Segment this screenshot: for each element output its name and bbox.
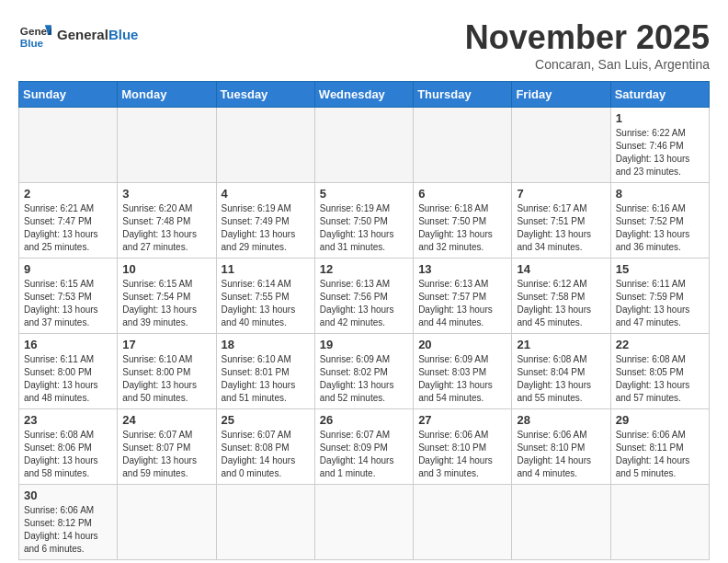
calendar-cell: 24Sunrise: 6:07 AM Sunset: 8:07 PM Dayli… (118, 409, 216, 485)
calendar-week-1: 2Sunrise: 6:21 AM Sunset: 7:47 PM Daylig… (19, 183, 710, 259)
calendar-cell: 27Sunrise: 6:06 AM Sunset: 8:10 PM Dayli… (414, 409, 512, 485)
day-number: 23 (24, 413, 112, 427)
day-info: Sunrise: 6:08 AM Sunset: 8:05 PM Dayligh… (616, 353, 704, 405)
day-number: 3 (122, 187, 210, 201)
weekday-friday: Friday (512, 82, 610, 108)
calendar-cell: 28Sunrise: 6:06 AM Sunset: 8:10 PM Dayli… (512, 409, 610, 485)
calendar-cell: 20Sunrise: 6:09 AM Sunset: 8:03 PM Dayli… (414, 334, 512, 409)
day-info: Sunrise: 6:15 AM Sunset: 7:53 PM Dayligh… (24, 278, 112, 329)
weekday-tuesday: Tuesday (216, 82, 314, 108)
logo-blue: Blue (108, 27, 139, 42)
calendar-body: 1Sunrise: 6:22 AM Sunset: 7:46 PM Daylig… (19, 108, 710, 560)
weekday-sunday: Sunday (19, 82, 118, 108)
calendar-cell: 4Sunrise: 6:19 AM Sunset: 7:49 PM Daylig… (216, 183, 314, 259)
calendar-week-5: 30Sunrise: 6:06 AM Sunset: 8:12 PM Dayli… (19, 485, 710, 560)
logo: General Blue GeneralBlue (18, 18, 138, 52)
day-number: 22 (616, 338, 704, 351)
day-number: 28 (517, 413, 605, 427)
calendar-cell (314, 108, 413, 183)
day-number: 5 (320, 187, 408, 201)
day-info: Sunrise: 6:16 AM Sunset: 7:52 PM Dayligh… (616, 202, 704, 254)
day-number: 20 (418, 338, 506, 351)
calendar-cell: 1Sunrise: 6:22 AM Sunset: 7:46 PM Daylig… (610, 108, 709, 183)
day-info: Sunrise: 6:11 AM Sunset: 7:59 PM Dayligh… (616, 278, 704, 329)
day-number: 1 (616, 111, 704, 125)
day-number: 8 (616, 187, 704, 201)
day-info: Sunrise: 6:10 AM Sunset: 8:00 PM Dayligh… (122, 353, 210, 405)
calendar-week-0: 1Sunrise: 6:22 AM Sunset: 7:46 PM Daylig… (19, 108, 710, 183)
calendar-cell: 7Sunrise: 6:17 AM Sunset: 7:51 PM Daylig… (512, 183, 610, 259)
calendar-table: SundayMondayTuesdayWednesdayThursdayFrid… (18, 81, 710, 560)
day-info: Sunrise: 6:17 AM Sunset: 7:51 PM Dayligh… (517, 202, 605, 254)
calendar-cell: 6Sunrise: 6:18 AM Sunset: 7:50 PM Daylig… (414, 183, 512, 259)
calendar-cell (118, 108, 216, 183)
day-number: 30 (24, 488, 112, 502)
calendar-cell: 14Sunrise: 6:12 AM Sunset: 7:58 PM Dayli… (512, 259, 610, 334)
calendar-cell: 19Sunrise: 6:09 AM Sunset: 8:02 PM Dayli… (314, 334, 413, 409)
weekday-header-row: SundayMondayTuesdayWednesdayThursdayFrid… (19, 82, 710, 108)
calendar-cell: 10Sunrise: 6:15 AM Sunset: 7:54 PM Dayli… (118, 259, 216, 334)
day-info: Sunrise: 6:08 AM Sunset: 8:04 PM Dayligh… (517, 353, 605, 405)
day-info: Sunrise: 6:06 AM Sunset: 8:10 PM Dayligh… (418, 429, 506, 480)
calendar-cell: 25Sunrise: 6:07 AM Sunset: 8:08 PM Dayli… (216, 409, 314, 485)
calendar-cell: 30Sunrise: 6:06 AM Sunset: 8:12 PM Dayli… (19, 485, 118, 560)
day-info: Sunrise: 6:07 AM Sunset: 8:08 PM Dayligh… (222, 429, 310, 480)
day-number: 21 (517, 338, 605, 351)
calendar-cell: 2Sunrise: 6:21 AM Sunset: 7:47 PM Daylig… (19, 183, 118, 259)
day-info: Sunrise: 6:08 AM Sunset: 8:06 PM Dayligh… (24, 429, 112, 480)
day-number: 26 (320, 413, 408, 427)
day-info: Sunrise: 6:10 AM Sunset: 8:01 PM Dayligh… (222, 353, 310, 405)
svg-text:Blue: Blue (20, 37, 44, 49)
day-number: 4 (222, 187, 310, 201)
calendar-cell: 17Sunrise: 6:10 AM Sunset: 8:00 PM Dayli… (118, 334, 216, 409)
day-info: Sunrise: 6:15 AM Sunset: 7:54 PM Dayligh… (122, 278, 210, 329)
location-subtitle: Concaran, San Luis, Argentina (465, 57, 710, 72)
day-number: 12 (320, 262, 408, 276)
calendar-week-4: 23Sunrise: 6:08 AM Sunset: 8:06 PM Dayli… (19, 409, 710, 485)
day-number: 18 (222, 338, 310, 351)
day-number: 17 (122, 338, 210, 351)
day-info: Sunrise: 6:09 AM Sunset: 8:03 PM Dayligh… (418, 353, 506, 405)
logo-general: General (57, 27, 108, 42)
calendar-week-3: 16Sunrise: 6:11 AM Sunset: 8:00 PM Dayli… (19, 334, 710, 409)
calendar-cell: 16Sunrise: 6:11 AM Sunset: 8:00 PM Dayli… (19, 334, 118, 409)
day-info: Sunrise: 6:09 AM Sunset: 8:02 PM Dayligh… (320, 353, 408, 405)
calendar-cell: 18Sunrise: 6:10 AM Sunset: 8:01 PM Dayli… (216, 334, 314, 409)
day-info: Sunrise: 6:07 AM Sunset: 8:09 PM Dayligh… (320, 429, 408, 480)
day-info: Sunrise: 6:13 AM Sunset: 7:56 PM Dayligh… (320, 278, 408, 329)
calendar-cell: 11Sunrise: 6:14 AM Sunset: 7:55 PM Dayli… (216, 259, 314, 334)
day-number: 14 (517, 262, 605, 276)
weekday-monday: Monday (118, 82, 216, 108)
day-info: Sunrise: 6:11 AM Sunset: 8:00 PM Dayligh… (24, 353, 112, 405)
calendar-cell (414, 108, 512, 183)
day-number: 11 (222, 262, 310, 276)
calendar-cell: 5Sunrise: 6:19 AM Sunset: 7:50 PM Daylig… (314, 183, 413, 259)
calendar-cell: 29Sunrise: 6:06 AM Sunset: 8:11 PM Dayli… (610, 409, 709, 485)
page-header: General Blue GeneralBlue November 2025 C… (18, 18, 710, 72)
calendar-week-2: 9Sunrise: 6:15 AM Sunset: 7:53 PM Daylig… (19, 259, 710, 334)
day-number: 15 (616, 262, 704, 276)
calendar-cell (314, 485, 413, 560)
calendar-cell (414, 485, 512, 560)
calendar-cell (216, 108, 314, 183)
day-info: Sunrise: 6:07 AM Sunset: 8:07 PM Dayligh… (122, 429, 210, 480)
day-info: Sunrise: 6:13 AM Sunset: 7:57 PM Dayligh… (418, 278, 506, 329)
day-number: 2 (24, 187, 112, 201)
calendar-cell: 3Sunrise: 6:20 AM Sunset: 7:48 PM Daylig… (118, 183, 216, 259)
day-info: Sunrise: 6:21 AM Sunset: 7:47 PM Dayligh… (24, 202, 112, 254)
day-info: Sunrise: 6:06 AM Sunset: 8:11 PM Dayligh… (616, 429, 704, 480)
weekday-wednesday: Wednesday (314, 82, 413, 108)
day-info: Sunrise: 6:20 AM Sunset: 7:48 PM Dayligh… (122, 202, 210, 254)
day-info: Sunrise: 6:19 AM Sunset: 7:49 PM Dayligh… (222, 202, 310, 254)
calendar-cell: 26Sunrise: 6:07 AM Sunset: 8:09 PM Dayli… (314, 409, 413, 485)
calendar-cell: 8Sunrise: 6:16 AM Sunset: 7:52 PM Daylig… (610, 183, 709, 259)
day-number: 19 (320, 338, 408, 351)
day-number: 16 (24, 338, 112, 351)
calendar-cell (610, 485, 709, 560)
weekday-thursday: Thursday (414, 82, 512, 108)
calendar-cell: 22Sunrise: 6:08 AM Sunset: 8:05 PM Dayli… (610, 334, 709, 409)
title-area: November 2025 Concaran, San Luis, Argent… (465, 18, 710, 72)
day-number: 27 (418, 413, 506, 427)
day-info: Sunrise: 6:14 AM Sunset: 7:55 PM Dayligh… (222, 278, 310, 329)
logo-icon: General Blue (18, 18, 51, 52)
